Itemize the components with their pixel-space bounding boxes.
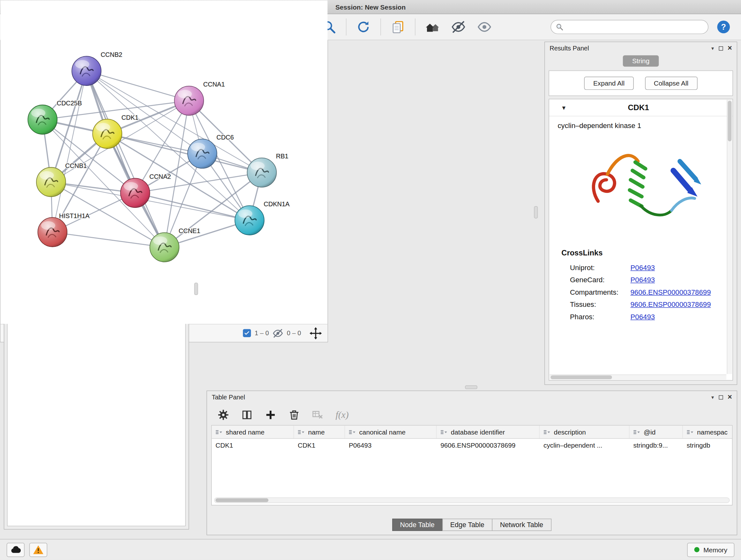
home-button[interactable] <box>421 17 443 37</box>
table-cell[interactable]: stringdb <box>683 439 732 452</box>
toolbar-separator <box>346 18 346 36</box>
string-results-tab[interactable]: String <box>623 55 659 67</box>
hide-annotations-button[interactable] <box>448 17 469 37</box>
edge-HIST1H1A-CCNE1[interactable] <box>52 232 164 247</box>
hidden-items-eye-slash-icon[interactable] <box>273 328 283 338</box>
column-header-label: canonical name <box>359 428 405 436</box>
network-node-CDKN1A[interactable]: CDKN1A <box>235 200 290 235</box>
table-tab-node-table[interactable]: Node Table <box>392 519 443 531</box>
column-header-id[interactable]: @id <box>630 426 683 438</box>
node-label: CCNB2 <box>100 51 122 58</box>
results-horizontal-scrollbar[interactable] <box>549 374 726 380</box>
status-bar: Memory <box>0 539 741 560</box>
edge-CCNB2-HIST1H1A[interactable] <box>52 71 86 232</box>
memory-button[interactable]: Memory <box>687 543 734 557</box>
network-canvas[interactable]: CCNB2CCNA1CDC25BCDK1CDC6RB1CCNB1CCNA2CDK… <box>0 0 327 324</box>
table-tab-network-table[interactable]: Network Table <box>492 519 551 531</box>
table-delete-icon <box>312 409 324 421</box>
pan-crosshair-icon[interactable] <box>310 327 322 339</box>
pages-icon <box>391 20 405 34</box>
table-cell[interactable]: P06493 <box>345 439 436 452</box>
node-label: CCNA2 <box>149 173 171 180</box>
column-header-namespac[interactable]: namespac <box>683 426 732 438</box>
cloud-status-button[interactable] <box>7 543 24 557</box>
delete-table-button[interactable] <box>309 406 326 423</box>
node-table: shared namenamecanonical namedatabase id… <box>211 425 732 505</box>
table-cell[interactable]: CDK1 <box>294 439 345 452</box>
crosslink-link[interactable]: 9606.ENSP00000378699 <box>630 300 711 308</box>
column-header-description[interactable]: description <box>540 426 629 438</box>
edge-CCNA2-CDKN1A[interactable] <box>135 193 250 220</box>
crosslink-label: Tissues: <box>570 300 630 308</box>
crosslink-link[interactable]: P06493 <box>630 312 655 320</box>
help-button[interactable] <box>713 17 734 37</box>
column-header-name[interactable]: name <box>294 426 345 438</box>
crosslink-link[interactable]: P06493 <box>630 275 655 284</box>
float-menu-icon[interactable]: ▾ <box>711 394 714 400</box>
expand-all-button[interactable]: Expand All <box>584 77 633 90</box>
results-panel-title: Results Panel <box>549 45 589 52</box>
clone-network-button[interactable] <box>387 17 409 37</box>
crosslink-row: Compartments:9606.ENSP00000378699 <box>549 286 733 298</box>
float-menu-icon[interactable]: ▾ <box>711 45 714 51</box>
table-cell[interactable]: CDK1 <box>212 439 294 452</box>
network-node-CDC6[interactable]: CDC6 <box>188 134 234 168</box>
table-horizontal-scrollbar[interactable] <box>214 497 730 503</box>
crosslink-link[interactable]: P06493 <box>630 263 655 271</box>
gene-section-header[interactable]: ▼ CDK1 <box>549 99 733 116</box>
network-node-CCNB2[interactable]: CCNB2 <box>72 51 122 85</box>
columns-icon <box>241 409 253 421</box>
create-column-button[interactable] <box>262 406 279 423</box>
column-header-label: name <box>308 428 325 436</box>
table-tab-edge-table[interactable]: Edge Table <box>442 519 492 531</box>
crosslink-label: GeneCard: <box>570 275 630 284</box>
selected-items-checkbox[interactable] <box>243 329 251 337</box>
column-header-shared-name[interactable]: shared name <box>212 426 294 438</box>
screen: Session: New Session <box>0 0 741 560</box>
close-panel-icon[interactable]: × <box>728 44 732 52</box>
network-view-panel: CCNB2CCNA1CDC25BCDK1CDC6RB1CCNB1CCNA2CDK… <box>0 0 328 342</box>
sort-icon <box>215 429 222 435</box>
table-cell[interactable]: stringdb:9... <box>630 439 683 452</box>
selected-count: 1 – 0 <box>255 329 269 336</box>
warnings-button[interactable] <box>29 543 47 557</box>
table-options-gear-button[interactable] <box>214 406 231 423</box>
network-node-CDK1[interactable]: CDK1 <box>92 114 138 148</box>
table-cell[interactable]: 9606.ENSP00000378699 <box>436 439 540 452</box>
delete-column-button[interactable] <box>285 406 302 423</box>
table-type-tabs: Node TableEdge TableNetwork Table <box>393 519 551 531</box>
crosslink-row: GeneCard:P06493 <box>549 273 733 286</box>
close-panel-icon[interactable]: × <box>728 393 732 401</box>
left-splitter-handle[interactable] <box>194 283 198 295</box>
network-node-HIST1H1A[interactable]: HIST1H1A <box>38 212 90 247</box>
sort-icon <box>349 429 356 435</box>
edge-CCNB2-CCNA1[interactable] <box>86 71 189 101</box>
sort-icon <box>633 429 640 435</box>
table-cell[interactable]: cyclin–dependent ... <box>540 439 629 452</box>
float-panel-icon[interactable] <box>719 46 723 50</box>
results-vertical-scrollbar[interactable] <box>727 100 732 374</box>
float-panel-icon[interactable] <box>719 395 723 399</box>
protein-structure-image <box>581 136 701 242</box>
search-input[interactable] <box>566 23 703 31</box>
node-label: CCNA1 <box>203 81 225 88</box>
edge-CDK1-RB1[interactable] <box>107 134 262 172</box>
refresh-view-button[interactable] <box>353 17 374 37</box>
show-columns-button[interactable] <box>238 406 255 423</box>
crosslink-link[interactable]: 9606.ENSP00000378699 <box>630 288 711 296</box>
network-node-CCNB1[interactable]: CCNB1 <box>37 162 87 197</box>
horizontal-splitter-handle[interactable] <box>465 385 477 389</box>
network-node-CCNA1[interactable]: CCNA1 <box>174 81 225 115</box>
edge-CCNB2-CCNE1[interactable] <box>86 71 164 247</box>
eye-icon <box>477 20 491 34</box>
warning-icon <box>32 544 44 556</box>
function-builder-button[interactable]: f(x) <box>333 409 349 420</box>
column-header-canonical-name[interactable]: canonical name <box>345 426 436 438</box>
table-row[interactable]: CDK1CDK1P064939606.ENSP00000378699cyclin… <box>212 439 732 452</box>
column-header-database-identifier[interactable]: database identifier <box>436 426 540 438</box>
right-splitter-handle[interactable] <box>534 206 538 219</box>
results-panel-header: Results Panel ▾ × <box>545 42 737 55</box>
show-annotations-button[interactable] <box>474 17 495 37</box>
network-node-RB1[interactable]: RB1 <box>247 152 288 187</box>
collapse-all-button[interactable]: Collapse All <box>645 77 697 90</box>
